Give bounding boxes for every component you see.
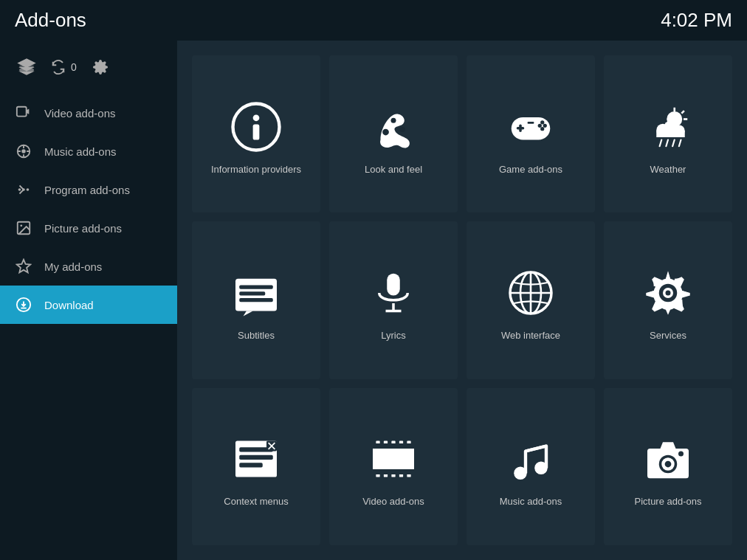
picture-icon	[15, 219, 32, 237]
microphone-icon	[364, 263, 423, 322]
svg-rect-42	[387, 274, 400, 296]
grid-item-label: Video add-ons	[362, 496, 424, 507]
svg-line-28	[681, 111, 684, 114]
sidebar-item-download[interactable]: Download	[0, 286, 177, 324]
svg-point-10	[20, 224, 22, 227]
grid-item-label: Look and feel	[365, 164, 422, 175]
svg-rect-58	[264, 462, 266, 463]
grid-item-label: Web interface	[501, 330, 560, 341]
svg-line-79	[526, 446, 546, 452]
svg-point-8	[27, 188, 30, 191]
svg-point-13	[253, 114, 260, 121]
svg-rect-0	[19, 63, 34, 65]
music-note-icon	[501, 429, 560, 488]
refresh-button[interactable]: 0	[50, 59, 77, 75]
sidebar-item-picture-addons[interactable]: Picture add-ons	[0, 209, 177, 247]
svg-point-83	[665, 461, 672, 468]
gamepad-icon	[501, 97, 560, 156]
svg-rect-25	[528, 122, 534, 124]
sidebar-item-video-addons[interactable]: Video add-ons	[0, 94, 177, 132]
svg-point-5	[21, 149, 26, 153]
svg-line-35	[666, 139, 668, 146]
sidebar-item-program-addons[interactable]: Program add-ons	[0, 170, 177, 209]
camera-icon	[638, 429, 698, 488]
sidebar-item-my-addons[interactable]: My add-ons	[0, 247, 177, 286]
grid-item-information-providers[interactable]: Information providers	[192, 55, 320, 212]
sidebar-item-music-addons[interactable]: Music add-ons	[0, 132, 177, 170]
sidebar: 0 Video add-ons	[0, 41, 177, 560]
grid-item-video-addons[interactable]: Video add-ons	[329, 388, 458, 545]
sidebar-label: Program add-ons	[44, 184, 130, 196]
grid-item-label: Picture add-ons	[634, 496, 701, 507]
svg-rect-20	[519, 124, 522, 132]
svg-point-15	[382, 128, 389, 135]
addon-grid: Information providers Look and feel	[177, 41, 747, 560]
svg-point-23	[540, 127, 544, 131]
svg-point-77	[514, 467, 527, 480]
sidebar-label: Download	[44, 299, 94, 311]
download-icon	[15, 296, 32, 314]
globe-icon	[501, 263, 560, 322]
sidebar-label: Video add-ons	[44, 107, 115, 120]
grid-item-label: Context menus	[224, 496, 288, 507]
settings-icon[interactable]	[89, 55, 112, 79]
svg-point-78	[534, 462, 548, 475]
svg-rect-14	[253, 124, 260, 139]
weather-icon	[638, 97, 698, 156]
grid-item-label: Game add-ons	[499, 164, 562, 175]
svg-point-24	[540, 120, 544, 124]
svg-point-53	[666, 290, 671, 295]
grid-item-context-menus[interactable]: Context menus	[192, 388, 320, 545]
grid-item-label: Music add-ons	[500, 496, 562, 507]
grid-item-weather[interactable]: Weather	[604, 55, 732, 212]
grid-item-lyrics[interactable]: Lyrics	[329, 221, 458, 378]
main-layout: 0 Video add-ons	[0, 41, 747, 560]
sidebar-label: My add-ons	[44, 260, 102, 273]
context-menu-icon	[227, 429, 286, 488]
grid-item-picture-addons[interactable]: Picture add-ons	[604, 388, 732, 545]
grid-item-subtitles[interactable]: Subtitles	[192, 221, 320, 378]
my-addons-icon	[15, 257, 32, 275]
grid-item-look-and-feel[interactable]: Look and feel	[329, 55, 458, 212]
video-icon	[15, 104, 32, 122]
svg-line-37	[679, 139, 681, 146]
sidebar-label: Music add-ons	[44, 145, 117, 158]
info-icon	[227, 97, 286, 156]
svg-rect-40	[239, 291, 265, 295]
services-gear-icon	[638, 263, 698, 322]
svg-point-22	[543, 123, 547, 127]
subtitles-icon	[227, 263, 286, 322]
svg-line-34	[660, 139, 662, 146]
header: Add-ons 4:02 PM	[0, 0, 747, 41]
svg-rect-3	[17, 107, 27, 117]
svg-point-6	[18, 188, 21, 191]
svg-rect-39	[239, 285, 273, 288]
svg-point-21	[538, 123, 542, 127]
grid-item-music-addons[interactable]: Music add-ons	[467, 388, 595, 545]
layers-icon[interactable]	[15, 55, 38, 79]
svg-rect-41	[239, 298, 273, 302]
grid-item-web-interface[interactable]: Web interface	[467, 221, 595, 378]
page-title: Add-ons	[15, 9, 86, 32]
grid-item-label: Services	[650, 330, 686, 341]
svg-rect-33	[656, 131, 685, 137]
clock: 4:02 PM	[661, 9, 732, 32]
look-feel-icon	[364, 97, 423, 156]
svg-rect-75	[373, 443, 414, 449]
sidebar-label: Picture add-ons	[44, 222, 122, 235]
svg-point-84	[678, 452, 684, 457]
svg-rect-2	[19, 69, 34, 71]
svg-point-16	[391, 117, 396, 122]
svg-rect-76	[373, 469, 414, 474]
svg-line-36	[672, 139, 675, 146]
video-film-icon	[364, 429, 423, 488]
update-count: 0	[71, 61, 77, 73]
svg-point-17	[400, 127, 405, 132]
grid-item-label: Subtitles	[238, 330, 275, 341]
svg-rect-56	[239, 455, 273, 460]
grid-item-label: Weather	[650, 164, 686, 175]
grid-item-label: Information providers	[211, 164, 301, 175]
grid-item-services[interactable]: Services	[604, 221, 732, 378]
grid-item-game-addons[interactable]: Game add-ons	[467, 55, 595, 212]
music-icon	[15, 142, 32, 160]
